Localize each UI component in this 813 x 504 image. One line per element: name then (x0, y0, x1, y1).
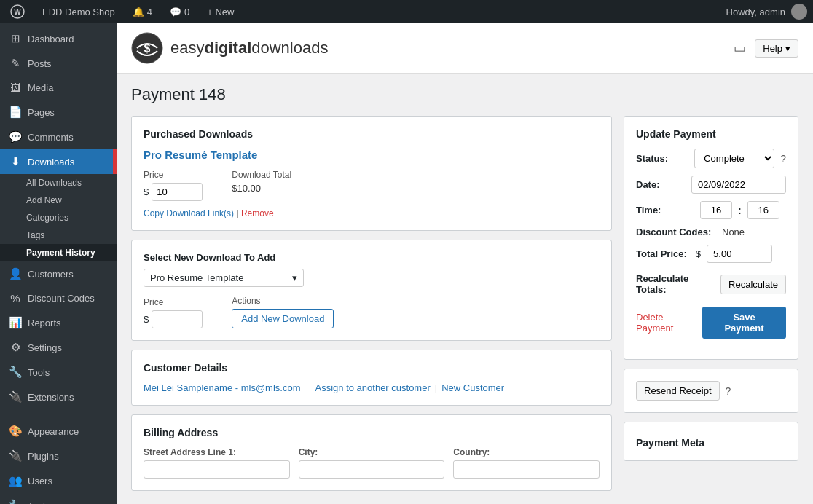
sidebar-item-reports[interactable]: 📊 Reports (0, 310, 117, 335)
plugin-logo-text: easydigitaldownloads (170, 39, 328, 58)
sidebar-item-discount-codes[interactable]: % Discount Codes (0, 286, 117, 310)
posts-icon: ✎ (9, 57, 22, 70)
add-new-download-button[interactable]: Add New Download (232, 309, 334, 328)
street1-label: Street Address Line 1: (144, 447, 290, 457)
select-download-card: Select New Download To Add Pro Resumé Te… (131, 240, 612, 341)
recalculate-button[interactable]: Recalculate (720, 275, 786, 294)
monitor-icon[interactable]: ▭ (734, 40, 746, 56)
sidebar-item-dashboard[interactable]: ⊞ Dashboard (0, 26, 117, 51)
sidebar-item-plugins[interactable]: 🔌 Plugins (0, 444, 117, 468)
sidebar-item-users[interactable]: 👥 Users (0, 468, 117, 493)
sidebar-item-downloads[interactable]: ⬇ Downloads (0, 149, 117, 174)
action-buttons: Delete Payment Save Payment (636, 307, 786, 339)
help-button[interactable]: Help ▾ (755, 39, 798, 58)
adminbar-site-name[interactable]: EDD Demo Shop (38, 0, 119, 23)
recalculate-row: Recalculate Totals: Recalculate (636, 273, 786, 295)
sidebar-sub-tags[interactable]: Tags (0, 227, 117, 244)
select-download-dropdown[interactable]: Pro Resumé Template ▾ (144, 269, 304, 287)
sidebar-item-pages[interactable]: 📄 Pages (0, 100, 117, 125)
plugins-icon: 🔌 (9, 449, 22, 462)
update-payment-card: Update Payment Status: Complete Pending … (624, 116, 798, 360)
discount-codes-row: Discount Codes: None (636, 227, 786, 237)
resend-row: Resend Receipt ? (636, 381, 786, 401)
sidebar-item-tools[interactable]: 🔧 Tools (0, 360, 117, 385)
adminbar-comments[interactable]: 💬 0 (165, 0, 194, 23)
sidebar-item-label: Comments (28, 132, 74, 143)
sidebar-item-appearance[interactable]: 🎨 Appearance (0, 419, 117, 444)
plugin-header: $ easydigitaldownloads ▭ Help ▾ (117, 23, 813, 74)
status-label: Status: (636, 153, 688, 164)
total-price-label: Total Price: (636, 248, 687, 259)
admin-bar: W EDD Demo Shop 🔔 4 💬 0 + New Howdy, adm… (0, 0, 813, 23)
adminbar-updates[interactable]: 🔔 4 (128, 0, 157, 23)
sidebar-item-posts[interactable]: ✎ Posts (0, 51, 117, 76)
download-actions: Copy Download Link(s) | Remove (144, 208, 600, 218)
new-price-input[interactable] (152, 310, 203, 328)
appearance-icon: 🎨 (9, 425, 22, 438)
sidebar-sub-categories[interactable]: Categories (0, 209, 117, 227)
new-price-label: Price (144, 297, 203, 307)
sidebar-item-label: Extensions (28, 392, 74, 403)
total-price-input[interactable] (707, 245, 772, 263)
page-title: Payment 148 (131, 85, 798, 104)
discount-codes-value: None (722, 227, 745, 237)
sidebar-item-label: Reports (28, 318, 61, 328)
resend-receipt-button[interactable]: Resend Receipt (636, 381, 720, 401)
sidebar-item-label: Tools (28, 367, 50, 378)
sidebar-item-customers[interactable]: 👤 Customers (0, 261, 117, 286)
sidebar-sub-add-new[interactable]: Add New (0, 192, 117, 209)
date-row: Date: (636, 176, 786, 194)
time-hour-input[interactable] (700, 201, 732, 219)
new-price-currency: $ (144, 314, 149, 325)
discount-icon: % (9, 292, 22, 304)
price-currency: $ (144, 186, 149, 197)
time-minute-input[interactable] (747, 201, 779, 219)
actions-label: Actions (232, 296, 334, 306)
date-input[interactable] (691, 176, 786, 194)
customer-links: Assign to another customer | New Custome… (315, 382, 505, 393)
sidebar-item-label: Discount Codes (28, 293, 95, 304)
delete-payment-link[interactable]: Delete Payment (636, 312, 702, 334)
time-colon: : (738, 205, 742, 216)
sidebar-item-label: Media (28, 82, 53, 93)
resend-help-icon[interactable]: ? (726, 385, 731, 397)
main-content: $ easydigitaldownloads ▭ Help ▾ Payment … (117, 23, 813, 504)
new-customer-link[interactable]: New Customer (441, 382, 504, 393)
sidebar-item-settings[interactable]: ⚙ Settings (0, 335, 117, 360)
date-label: Date: (636, 179, 686, 190)
sidebar-sub-payment-history[interactable]: Payment History (0, 244, 117, 261)
resend-receipt-card: Resend Receipt ? (624, 369, 798, 413)
select-download-label: Select New Download To Add (144, 252, 600, 263)
save-payment-button[interactable]: Save Payment (702, 307, 786, 339)
remove-link[interactable]: Remove (241, 208, 274, 218)
country-label: Country: (453, 447, 600, 457)
media-icon: 🖼 (9, 82, 22, 94)
sidebar-item-extensions[interactable]: 🔌 Extensions (0, 385, 117, 409)
copy-download-link[interactable]: Copy Download Link(s) (144, 208, 234, 218)
adminbar-new[interactable]: + New (203, 0, 238, 23)
sidebar-item-tools-bottom[interactable]: 🔧 Tools (0, 493, 117, 504)
status-help-icon[interactable]: ? (780, 153, 786, 165)
sidebar-sub-all-downloads[interactable]: All Downloads (0, 174, 117, 192)
edd-logo-icon: $ (131, 32, 163, 64)
sidebar-item-media[interactable]: 🖼 Media (0, 76, 117, 100)
payment-meta-title: Payment Meta (636, 437, 786, 449)
sidebar-item-label: Posts (28, 58, 52, 69)
sidebar-item-label: Customers (28, 269, 74, 280)
total-currency: $ (696, 248, 701, 259)
street1-input[interactable] (144, 460, 290, 479)
customer-details-title: Customer Details (144, 362, 600, 374)
status-select[interactable]: Complete Pending Refunded Failed Cancell… (694, 149, 774, 168)
billing-address-card: Billing Address Street Address Line 1: C… (131, 414, 612, 491)
product-link[interactable]: Pro Resumé Template (144, 149, 600, 161)
adminbar-howdy: Howdy, admin (726, 7, 785, 17)
sidebar-item-comments[interactable]: 💬 Comments (0, 125, 117, 149)
downloads-icon: ⬇ (9, 155, 22, 168)
active-indicator (113, 149, 117, 174)
customer-name-link[interactable]: Mei Lei Samplename - mls@mls.com (144, 382, 301, 393)
country-input[interactable] (453, 460, 600, 479)
price-input[interactable] (152, 183, 203, 201)
assign-customer-link[interactable]: Assign to another customer (315, 382, 431, 393)
city-input[interactable] (299, 460, 445, 479)
adminbar-wp-logo[interactable]: W (6, 0, 29, 23)
